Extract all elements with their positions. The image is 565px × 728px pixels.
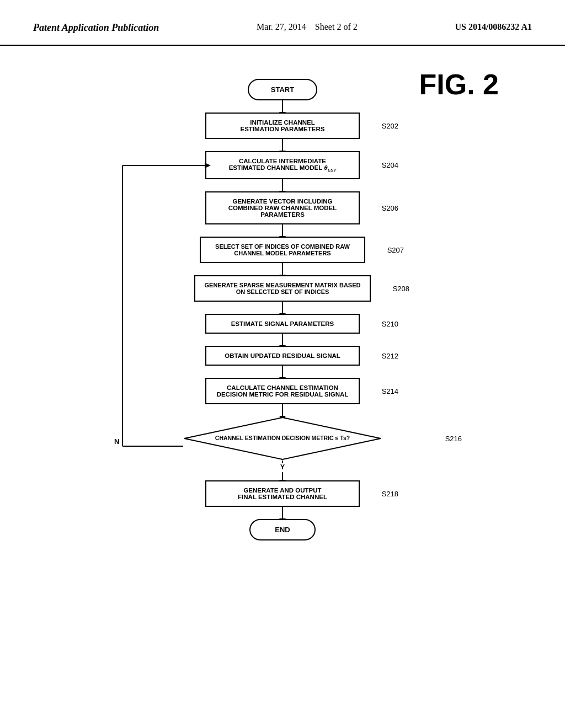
step-s202: INITIALIZE CHANNELESTIMATION PARAMETERS … [205, 113, 360, 139]
step-s210: ESTIMATE SIGNAL PARAMETERS S210 [205, 314, 360, 334]
label-s206: S206 [382, 204, 398, 212]
label-s204: S204 [382, 161, 398, 169]
step-s204: CALCULATE INTERMEDIATEESTIMATED CHANNEL … [205, 151, 360, 179]
label-s202: S202 [382, 122, 398, 130]
step-s214: CALCULATE CHANNEL ESTIMATIONDECISION MET… [205, 378, 360, 404]
fig-label: FIG. 2 [419, 68, 499, 101]
flowchart: START INITIALIZE CHANNELESTIMATION PARAM… [145, 79, 420, 540]
step-s207: SELECT SET OF INDICES OF COMBINED RAWCHA… [200, 237, 365, 263]
step-s218: GENERATE AND OUTPUTFINAL ESTIMATED CHANN… [205, 480, 360, 507]
header-right: US 2014/0086232 A1 [455, 22, 532, 32]
label-s214: S214 [382, 387, 398, 395]
end-node: END [249, 519, 316, 540]
label-s207: S207 [387, 246, 404, 254]
label-s216: S216 [445, 435, 462, 443]
step-s212: OBTAIN UPDATED RESIDUAL SIGNAL S212 [205, 346, 360, 366]
header-center: Mar. 27, 2014 Sheet 2 of 2 [257, 22, 358, 32]
label-s208: S208 [393, 285, 409, 293]
step-s208: GENERATE SPARSE MEASUREMENT MATRIX BASED… [194, 275, 371, 302]
start-node: START [248, 79, 317, 100]
header-left: Patent Application Publication [33, 22, 159, 34]
label-s218: S218 [382, 490, 398, 498]
svg-text:N: N [114, 437, 119, 446]
page-header: Patent Application Publication Mar. 27, … [0, 0, 565, 46]
step-s216: CHANNEL ESTIMATION DECISION METRIC ≤ Ts?… [145, 416, 420, 461]
label-s212: S212 [382, 352, 398, 360]
main-content: FIG. 2 START INITIALIZE CHANNELESTIMATIO… [0, 51, 565, 552]
label-s210: S210 [382, 320, 398, 328]
step-s206: GENERATE VECTOR INCLUDINGCOMBINED RAW CH… [205, 191, 360, 224]
